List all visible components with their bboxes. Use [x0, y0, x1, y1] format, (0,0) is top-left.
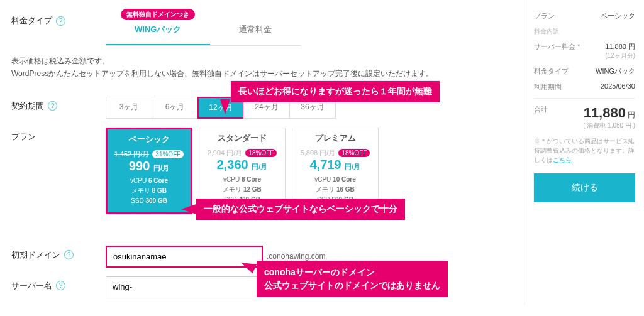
- annotation-plan: 一般的な公式ウェブサイトならベーシックで十分: [196, 199, 405, 220]
- side-total-value: 11,880 円( 消費税 1,080 円 ): [583, 105, 635, 130]
- annotation-period: 長いほどお得になりますが迷ったら１年間が無難: [231, 81, 440, 102]
- help-icon[interactable]: ?: [64, 250, 74, 259]
- server-name-label: サーバー名 ?: [11, 276, 106, 291]
- annotation-domain: conohaサーバーのドメイン 公式ウェブサイトのドメインではありません: [257, 261, 448, 297]
- initial-domain-suffix: .conohawing.com: [267, 252, 325, 261]
- help-icon[interactable]: ?: [56, 281, 65, 290]
- contract-period-label: 契約期間 ?: [11, 97, 106, 112]
- wingpack-badge: 無料独自ドメインつき: [121, 9, 195, 20]
- help-icon[interactable]: ?: [48, 101, 57, 111]
- plan-card-ベーシック[interactable]: ベーシック1,452 円/月 31%OFF990 円/月vCPU 6 Coreメ…: [106, 128, 192, 214]
- tab-normal[interactable]: 通常料金: [210, 11, 301, 45]
- side-total-label: 合計: [534, 105, 548, 130]
- fee-type-text: 料金タイプ: [11, 15, 52, 26]
- side-disclaimer: ※＊がついている商品はサービス維持調整費込みの価格となります。詳しくはこちら: [534, 136, 635, 165]
- fee-type-tabs: 無料独自ドメインつき WINGパック 通常料金: [106, 11, 301, 46]
- server-name-field: [106, 276, 263, 297]
- tab-wingpack-label: WINGパック: [135, 25, 181, 34]
- side-plan-value: ベーシック: [601, 11, 635, 21]
- server-name-input[interactable]: [106, 276, 263, 297]
- fee-type-label: 料金タイプ ?: [11, 11, 106, 26]
- note-line2: WordPressかんたんセットアップを利用しない場合、無料独自ドメインはサーバ…: [11, 67, 518, 80]
- arrow-icon: [220, 99, 230, 114]
- summary-sidebar: プランベーシック 料金内訳 サーバー料金 *11,880 円(12ヶ月分) 料金…: [525, 0, 644, 306]
- period-option-6ヶ月[interactable]: 6ヶ月: [152, 97, 198, 119]
- side-serverfee-label: サーバー料金 *: [534, 42, 580, 60]
- tab-wingpack[interactable]: 無料独自ドメインつき WINGパック: [106, 11, 210, 45]
- side-serverfee-value: 11,880 円(12ヶ月分): [605, 42, 635, 60]
- help-icon[interactable]: ?: [56, 16, 65, 26]
- side-useperiod-label: 利用期間: [534, 82, 562, 92]
- side-breakdown: 料金内訳: [534, 27, 559, 36]
- arrow-icon: [181, 204, 196, 214]
- disclaimer-link[interactable]: こちら: [553, 156, 572, 163]
- side-plan-label: プラン: [534, 11, 555, 21]
- period-option-3ヶ月[interactable]: 3ヶ月: [106, 97, 152, 119]
- price-notes: 表示価格は税込み金額です。 WordPressかんたんセットアップを利用しない場…: [11, 55, 518, 80]
- continue-button[interactable]: 続ける: [534, 173, 635, 202]
- side-feetype-label: 料金タイプ: [534, 67, 569, 76]
- tab-normal-label: 通常料金: [239, 25, 272, 34]
- initial-domain-label: 初期ドメイン ?: [11, 246, 106, 261]
- plan-label: プラン: [11, 128, 106, 143]
- note-line1: 表示価格は税込み金額です。: [11, 55, 518, 67]
- side-useperiod-value: 2025/06/30: [601, 82, 635, 92]
- side-feetype-value: WINGパック: [596, 67, 635, 76]
